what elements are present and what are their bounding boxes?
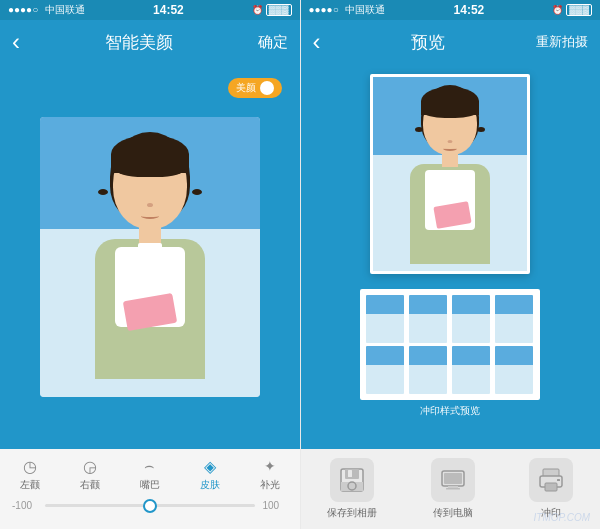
print-thumb-2 bbox=[409, 295, 447, 343]
svg-rect-2 bbox=[348, 470, 352, 477]
tool-label-skin: 皮肤 bbox=[200, 478, 220, 492]
photo-person-bg bbox=[40, 117, 260, 397]
chin-icon bbox=[138, 457, 162, 475]
slider-thumb[interactable] bbox=[143, 499, 157, 513]
beauty-label: 美颜 bbox=[236, 81, 256, 95]
tool-label-light: 补光 bbox=[260, 478, 280, 492]
left-status-icons: ⏰ ▓▓▓ bbox=[252, 4, 292, 16]
toggle-dot bbox=[260, 81, 274, 95]
right-signal: ●●●●○ 中国联通 bbox=[309, 3, 386, 17]
right-status-icons: ⏰ ▓▓▓ bbox=[552, 4, 592, 16]
right-status-bar: ●●●●○ 中国联通 14:52 ⏰ ▓▓▓ bbox=[301, 0, 601, 20]
left-time: 14:52 bbox=[153, 3, 184, 17]
computer-label: 传到电脑 bbox=[433, 506, 473, 520]
light-icon bbox=[258, 457, 282, 475]
right-face-icon bbox=[78, 457, 102, 475]
right-nav-bar: ‹ 预览 重新拍摄 bbox=[301, 20, 601, 64]
print-label: 冲印样式预览 bbox=[420, 404, 480, 418]
save-to-album-button[interactable]: 保存到相册 bbox=[327, 458, 377, 520]
retake-button[interactable]: 重新拍摄 bbox=[536, 33, 588, 51]
print-thumb-8 bbox=[495, 346, 533, 394]
tool-left-face[interactable]: 左颧 bbox=[0, 457, 60, 492]
tool-skin[interactable]: 皮肤 bbox=[180, 457, 240, 492]
right-phone-panel: ●●●●○ 中国联通 14:52 ⏰ ▓▓▓ ‹ 预览 重新拍摄 bbox=[301, 0, 601, 529]
beauty-toggle[interactable]: 美颜 bbox=[228, 78, 282, 98]
tool-right-face[interactable]: 右颧 bbox=[60, 457, 120, 492]
confirm-button[interactable]: 确定 bbox=[258, 33, 288, 52]
left-nav-bar: ‹ 智能美颜 确定 bbox=[0, 20, 300, 64]
bottom-actions: 保存到相册 传到电脑 冲印 bbox=[301, 449, 601, 529]
svg-rect-11 bbox=[545, 483, 557, 491]
svg-rect-8 bbox=[446, 488, 460, 490]
print-sheet bbox=[360, 289, 540, 400]
send-to-computer-button[interactable]: 传到电脑 bbox=[431, 458, 475, 520]
print-button[interactable]: 冲印 bbox=[529, 458, 573, 520]
computer-icon bbox=[431, 458, 475, 502]
left-nav-title: 智能美颜 bbox=[105, 31, 173, 54]
left-signal: ●●●●○ 中国联通 bbox=[8, 3, 85, 17]
printer-icon bbox=[529, 458, 573, 502]
svg-rect-12 bbox=[557, 479, 560, 481]
right-nav-title: 预览 bbox=[411, 31, 445, 54]
right-battery-icon: ▓▓▓ bbox=[566, 4, 592, 16]
tool-chin[interactable]: 嘴巴 bbox=[120, 457, 180, 492]
slider-track[interactable] bbox=[45, 504, 255, 507]
slider-min: -100 bbox=[12, 500, 37, 511]
spacer bbox=[301, 423, 601, 449]
slider-max: 100 bbox=[263, 500, 288, 511]
tools-row: 左颧 右颧 嘴巴 皮肤 补光 bbox=[0, 449, 300, 496]
battery-icon: ▓▓▓ bbox=[266, 4, 292, 16]
right-time: 14:52 bbox=[454, 3, 485, 17]
print-sheet-container: 冲印样式预览 bbox=[301, 284, 601, 423]
tool-label-chin: 嘴巴 bbox=[140, 478, 160, 492]
left-back-button[interactable]: ‹ bbox=[12, 28, 20, 56]
photo-container: 美颜 bbox=[0, 64, 300, 449]
tool-label-right: 右颧 bbox=[80, 478, 100, 492]
slider-row: -100 100 bbox=[0, 496, 300, 515]
svg-rect-7 bbox=[448, 486, 458, 488]
print-thumb-7 bbox=[452, 346, 490, 394]
right-alarm-icon: ⏰ bbox=[552, 5, 563, 15]
left-phone-panel: ●●●●○ 中国联通 14:52 ⏰ ▓▓▓ ‹ 智能美颜 确定 美颜 bbox=[0, 0, 300, 529]
print-thumb-3 bbox=[452, 295, 490, 343]
tool-light[interactable]: 补光 bbox=[240, 457, 300, 492]
print-thumb-4 bbox=[495, 295, 533, 343]
save-label: 保存到相册 bbox=[327, 506, 377, 520]
right-back-button[interactable]: ‹ bbox=[313, 28, 321, 56]
left-face-icon bbox=[18, 457, 42, 475]
save-icon bbox=[330, 458, 374, 502]
beauty-tools: 左颧 右颧 嘴巴 皮肤 补光 -100 bbox=[0, 449, 300, 529]
preview-main bbox=[301, 64, 601, 284]
svg-rect-6 bbox=[444, 473, 462, 484]
left-status-bar: ●●●●○ 中国联通 14:52 ⏰ ▓▓▓ bbox=[0, 0, 300, 20]
print-thumb-6 bbox=[409, 346, 447, 394]
print-thumb-1 bbox=[366, 295, 404, 343]
skin-icon bbox=[198, 457, 222, 475]
preview-photo bbox=[370, 74, 530, 274]
print-label-btn: 冲印 bbox=[541, 506, 561, 520]
tool-label-left: 左颧 bbox=[20, 478, 40, 492]
preview-person-bg bbox=[373, 77, 527, 271]
photo-frame bbox=[40, 117, 260, 397]
print-thumb-5 bbox=[366, 346, 404, 394]
alarm-icon: ⏰ bbox=[252, 5, 263, 15]
